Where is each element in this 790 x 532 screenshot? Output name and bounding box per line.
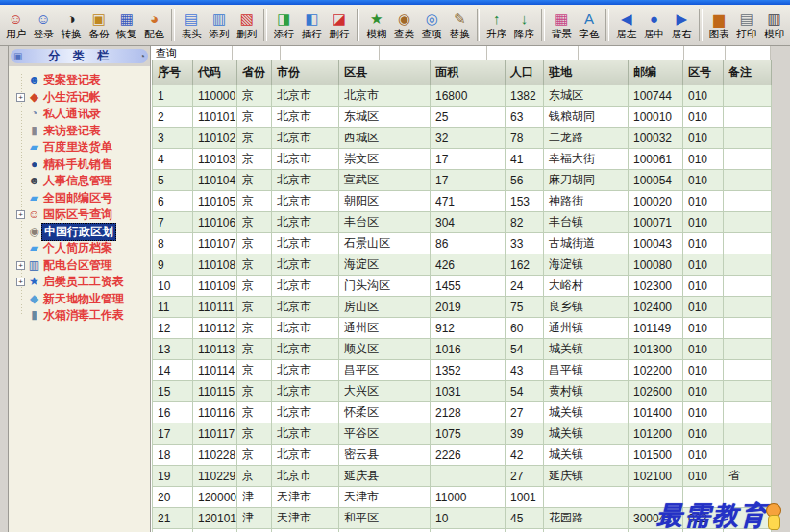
table-cell[interactable]: 北京市 xyxy=(272,318,339,339)
table-cell[interactable]: 110104 xyxy=(193,170,237,191)
table-cell[interactable]: 110102 xyxy=(193,128,237,149)
table-cell[interactable]: 石景山区 xyxy=(339,233,431,254)
table-cell[interactable]: 1382 xyxy=(506,85,544,107)
table-cell[interactable]: 100054 xyxy=(629,170,683,191)
table-cell[interactable]: 153 xyxy=(506,191,544,212)
sidebar-item-visitor-register[interactable]: + ▮ 来访登记表 xyxy=(14,123,150,140)
table-cell[interactable]: 010 xyxy=(683,466,724,487)
table-cell[interactable]: 162 xyxy=(506,254,544,276)
table-cell[interactable]: 110114 xyxy=(193,360,237,381)
toolbar-button-table-header[interactable]: ▤ 表头 xyxy=(178,6,206,44)
table-cell[interactable]: 津 xyxy=(237,487,272,508)
toolbar-button-replace[interactable]: ✎ 替换 xyxy=(446,6,474,44)
table-cell[interactable]: 102400 xyxy=(629,297,683,318)
table-cell[interactable]: 天津市 xyxy=(272,529,339,532)
table-cell[interactable]: 京 xyxy=(237,191,272,212)
table-cell[interactable]: 101149 xyxy=(629,318,683,339)
table-cell[interactable]: 顺义区 xyxy=(339,339,431,360)
table-cell[interactable]: 城关镇 xyxy=(544,423,629,445)
query-cell-label[interactable]: 查询 xyxy=(152,46,233,60)
table-cell[interactable]: 100744 xyxy=(629,85,683,107)
table-cell[interactable]: 39 xyxy=(431,529,506,532)
table-cell[interactable] xyxy=(724,212,772,233)
table-cell[interactable]: 京 xyxy=(237,276,272,297)
table-cell[interactable]: 100080 xyxy=(629,254,683,276)
toolbar-button-delete-column[interactable]: ▧ 删列 xyxy=(233,6,260,44)
expand-icon[interactable]: + xyxy=(16,210,25,219)
table-cell[interactable]: 10 xyxy=(431,508,506,529)
sidebar-item-postal-code[interactable]: + ▰ 全国邮编区号 xyxy=(14,190,150,207)
table-cell[interactable]: 京 xyxy=(237,170,272,191)
table-cell[interactable]: 京 xyxy=(237,85,272,107)
table-cell[interactable]: 54 xyxy=(506,339,544,360)
table-cell[interactable] xyxy=(724,191,772,212)
table-cell[interactable]: 北京市 xyxy=(272,423,339,445)
table-cell[interactable]: 北京市 xyxy=(272,149,339,170)
table-cell[interactable]: 北京市 xyxy=(339,85,431,107)
column-header[interactable]: 序号 xyxy=(153,60,193,85)
table-cell[interactable]: 101400 xyxy=(629,402,683,423)
query-cell[interactable] xyxy=(579,46,654,60)
table-cell[interactable]: 朝阳区 xyxy=(339,191,431,212)
table-cell[interactable]: 100071 xyxy=(629,212,683,233)
table-cell[interactable]: 京 xyxy=(237,107,272,128)
table-cell[interactable]: 海淀区 xyxy=(339,254,431,276)
toolbar-button-delete-row[interactable]: ◪ 删行 xyxy=(326,6,354,44)
table-cell[interactable]: 110111 xyxy=(193,297,237,318)
table-cell[interactable]: 22 xyxy=(153,529,193,532)
table-cell[interactable]: 32 xyxy=(431,128,506,149)
table-cell[interactable]: 010 xyxy=(683,128,724,149)
index-icon[interactable]: ▣ xyxy=(13,52,22,61)
table-cell[interactable]: 黄村镇 xyxy=(544,381,629,402)
table-cell[interactable]: 城关镇 xyxy=(544,445,629,466)
column-header[interactable]: 邮编 xyxy=(629,60,683,85)
table-cell[interactable]: 20 xyxy=(153,487,193,508)
table-cell[interactable]: 75 xyxy=(506,297,544,318)
table-cell[interactable]: 110117 xyxy=(193,423,237,445)
sidebar-item-resume-archive[interactable]: + ▰ 个人简历档案 xyxy=(14,240,150,257)
column-header[interactable]: 备注 xyxy=(724,60,772,85)
table-cell[interactable]: 010 xyxy=(683,212,724,233)
table-cell[interactable]: 京 xyxy=(237,318,272,339)
table-cell[interactable]: 120102 xyxy=(193,529,237,532)
table-cell[interactable]: 崇文区 xyxy=(339,149,431,170)
table-cell[interactable]: 平谷区 xyxy=(339,423,431,445)
table-cell[interactable]: 北京市 xyxy=(272,170,339,191)
table-cell[interactable]: 京 xyxy=(237,128,272,149)
table-cell[interactable]: 津 xyxy=(237,529,272,532)
table-cell[interactable]: 110109 xyxy=(193,276,237,297)
table-cell[interactable]: 41 xyxy=(506,149,544,170)
table-cell[interactable]: 京 xyxy=(237,360,272,381)
table-cell[interactable]: 25 xyxy=(431,107,506,128)
table-cell[interactable]: 京 xyxy=(237,423,272,445)
table-cell[interactable] xyxy=(724,381,772,402)
toolbar-button-sort-descending[interactable]: ↓ 降序 xyxy=(510,6,538,44)
table-cell[interactable]: 东城区 xyxy=(544,85,629,107)
column-header[interactable]: 区号 xyxy=(683,60,724,85)
table-cell[interactable]: 神路街 xyxy=(544,191,629,212)
table-cell[interactable]: 100032 xyxy=(629,128,683,149)
table-cell[interactable]: 花园路 xyxy=(544,508,629,529)
toolbar-button-add-row[interactable]: ◨ 添行 xyxy=(270,6,298,44)
table-cell[interactable]: 7 xyxy=(153,212,193,233)
table-cell[interactable]: 110229 xyxy=(193,466,237,487)
table-cell[interactable]: 延庆镇 xyxy=(544,466,629,487)
table-cell[interactable]: 102600 xyxy=(629,381,683,402)
table-cell[interactable]: 110103 xyxy=(193,149,237,170)
table-cell[interactable]: 西城区 xyxy=(339,128,431,149)
table-cell[interactable] xyxy=(724,276,772,297)
table-cell[interactable]: 东城区 xyxy=(339,107,431,128)
table-cell[interactable] xyxy=(724,360,772,381)
clock-icon[interactable]: ◔ xyxy=(139,52,145,61)
table-cell[interactable]: 通州镇 xyxy=(544,318,629,339)
table-cell[interactable]: 110113 xyxy=(193,339,237,360)
table-cell[interactable]: 426 xyxy=(431,254,506,276)
table-cell[interactable]: 河东区 xyxy=(339,529,431,532)
table-cell[interactable]: 北京市 xyxy=(272,466,339,487)
table-cell[interactable]: 北京市 xyxy=(272,107,339,128)
table-cell[interactable]: 63 xyxy=(506,107,544,128)
table-cell[interactable]: 京 xyxy=(237,445,272,466)
table-cell[interactable]: 9 xyxy=(153,254,193,276)
table-cell[interactable]: 京 xyxy=(237,233,272,254)
table-cell[interactable]: 天津市 xyxy=(339,487,431,508)
